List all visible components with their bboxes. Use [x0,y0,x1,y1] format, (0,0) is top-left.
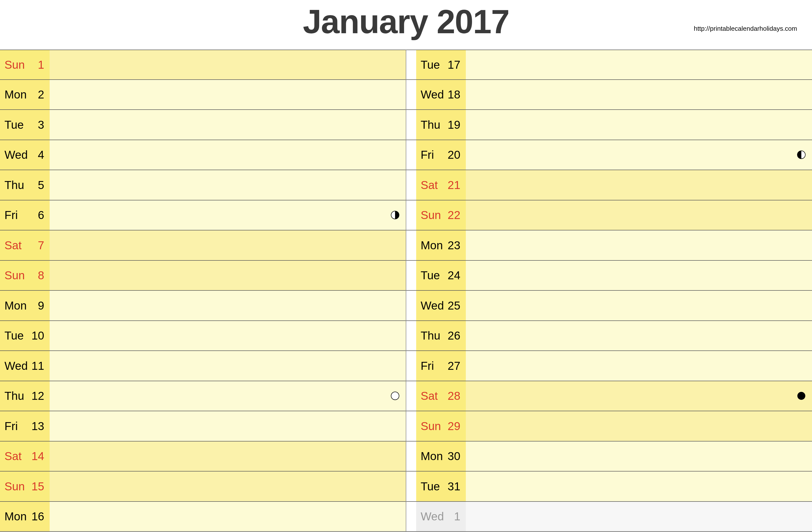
day-row: Mon9 [0,291,406,321]
day-note-area [466,321,812,351]
day-of-week: Wed [421,88,446,101]
day-row: Wed11 [0,351,406,381]
day-of-week: Tue [421,480,446,493]
day-note-area [49,291,406,321]
day-note-area [466,140,812,170]
day-row: Mon30 [406,442,812,472]
day-row: Tue24 [406,261,812,291]
day-row: Tue31 [406,472,812,502]
day-row: Thu26 [406,321,812,351]
day-of-week: Wed [4,148,29,161]
day-label: Mon30 [416,442,466,471]
day-note-area [466,472,812,501]
day-number: 31 [446,480,460,493]
day-note-area [49,381,406,411]
day-label: Fri20 [416,140,466,170]
day-number: 3 [29,118,44,131]
day-of-week: Sat [421,389,446,402]
day-row: Wed18 [406,80,812,110]
day-number: 16 [29,510,44,523]
day-label: Sun8 [0,261,49,291]
day-row: Wed25 [406,291,812,321]
day-number: 30 [446,449,460,463]
day-number: 29 [446,419,460,433]
day-number: 2 [29,88,44,101]
svg-point-1 [391,392,399,400]
day-note-area [466,231,812,260]
day-number: 1 [446,510,460,523]
day-row: Sat28 [406,381,812,412]
day-of-week: Fri [421,359,446,372]
source-url: http://printablecalendarholidays.com [694,25,797,32]
day-label: Tue17 [416,50,466,79]
day-of-week: Mon [4,88,29,101]
day-note-area [466,170,812,200]
day-number: 26 [446,329,460,342]
day-row: Sun22 [406,201,812,231]
day-row: Thu19 [406,110,812,140]
calendar-column-left: Sun1Mon2Tue3Wed4Thu5Fri6Sat7Sun8Mon9Tue1… [0,49,406,532]
day-of-week: Sun [421,419,446,433]
day-number: 23 [446,239,460,252]
day-row: Sun1 [0,49,406,80]
day-of-week: Mon [421,449,446,463]
day-label: Wed4 [0,140,49,170]
day-note-area [49,140,406,170]
day-note-area [49,351,406,381]
calendar-title: January 2017 [0,0,812,41]
day-of-week: Sun [4,269,29,282]
day-number: 18 [446,88,460,101]
day-label: Mon23 [416,231,466,260]
day-of-week: Fri [421,148,446,161]
day-number: 1 [29,58,44,71]
day-label: Mon9 [0,291,49,321]
day-number: 8 [29,269,44,282]
day-label: Thu19 [416,110,466,139]
day-of-week: Wed [421,510,446,523]
day-of-week: Thu [4,178,29,192]
svg-point-3 [797,392,805,400]
day-row: Thu12 [0,381,406,412]
day-label: Sat14 [0,442,49,471]
day-note-area [49,80,406,109]
day-note-area [466,442,812,471]
day-note-area [466,291,812,321]
day-number: 20 [446,148,460,161]
day-note-area [49,231,406,260]
day-label: Wed25 [416,291,466,321]
day-number: 21 [446,178,460,192]
day-note-area [466,411,812,441]
day-note-area [466,80,812,109]
day-row: Mon23 [406,231,812,261]
day-label: Sat7 [0,231,49,260]
day-of-week: Fri [4,208,29,222]
day-note-area [49,50,406,79]
day-note-area [466,351,812,381]
day-note-area [49,321,406,351]
day-row: Wed4 [0,140,406,171]
day-number: 27 [446,359,460,372]
day-label: Sun29 [416,411,466,441]
day-of-week: Thu [4,389,29,402]
day-number: 12 [29,389,44,402]
calendar-columns: Sun1Mon2Tue3Wed4Thu5Fri6Sat7Sun8Mon9Tue1… [0,49,812,532]
day-of-week: Thu [421,118,446,131]
day-label: Wed11 [0,351,49,381]
day-note-area [49,411,406,441]
day-of-week: Tue [421,269,446,282]
day-number: 13 [29,419,44,433]
day-of-week: Tue [4,118,29,131]
day-label: Sat28 [416,381,466,411]
day-of-week: Sun [421,208,446,222]
moon-phase-last-quarter-icon [797,150,806,159]
moon-phase-full-icon [391,391,400,400]
day-number: 14 [29,449,44,463]
day-note-area [466,381,812,411]
day-number: 6 [29,208,44,222]
day-label: Thu5 [0,170,49,200]
day-number: 7 [29,239,44,252]
day-label: Wed1 [416,502,466,532]
day-row: Sat7 [0,231,406,261]
day-note-area [466,201,812,230]
day-label: Tue24 [416,261,466,291]
